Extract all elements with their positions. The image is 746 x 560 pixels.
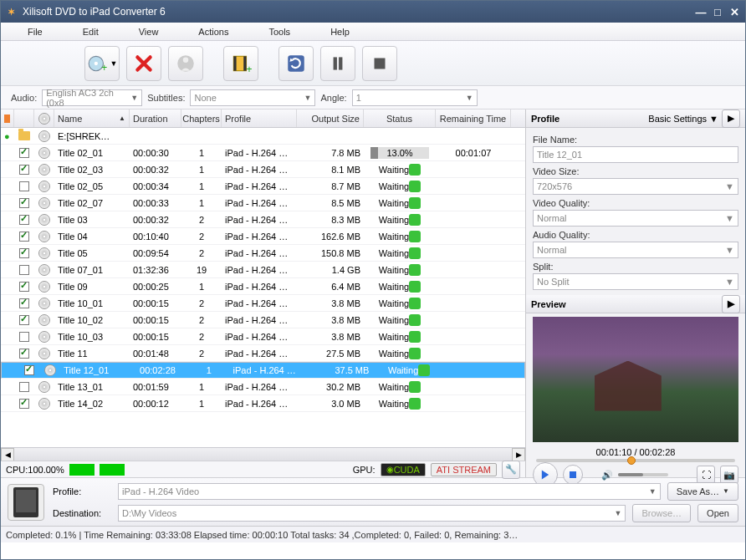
filename-label: File Name: [533, 135, 738, 145]
volume-icon[interactable]: 🔊 [601, 470, 613, 481]
table-row[interactable]: Title 0500:09:542iPad - H.264 …150.8 MBW… [1, 245, 525, 262]
table-row[interactable]: Title 0900:00:251iPad - H.264 …6.4 MBWai… [1, 278, 525, 295]
menu-file[interactable]: File [8, 24, 63, 39]
basic-settings-dropdown[interactable]: Basic Settings ▼ [648, 114, 718, 124]
table-row[interactable]: Title 12_0100:02:281iPad - H.264 …37.5 M… [1, 362, 525, 379]
table-row[interactable]: Title 10_0200:00:152iPad - H.264 …3.8 MB… [1, 312, 525, 328]
delete-button[interactable] [126, 46, 161, 81]
audio-label: Audio: [11, 93, 37, 103]
minimize-button[interactable]: — [693, 6, 708, 18]
stop-button[interactable] [362, 46, 397, 81]
close-button[interactable]: ✕ [727, 6, 742, 18]
audio-select[interactable]: English AC3 2ch (0x8▼ [42, 89, 142, 106]
row-checkbox[interactable] [19, 215, 29, 225]
table-row[interactable]: Title 02_0100:00:301iPad - H.264 …7.8 MB… [1, 145, 525, 161]
row-checkbox[interactable] [19, 265, 29, 275]
table-row[interactable]: Title 13_0100:01:591iPad - H.264 …30.2 M… [1, 379, 525, 395]
menu-view[interactable]: View [119, 24, 179, 39]
row-checkbox[interactable] [19, 298, 29, 308]
table-row[interactable]: Title 07_0101:32:3619iPad - H.264 …1.4 G… [1, 262, 525, 278]
horizontal-scrollbar[interactable]: ◀▶ [1, 447, 525, 461]
split-select[interactable]: No Split▼ [533, 273, 738, 290]
disc-column-icon [38, 113, 50, 125]
svg-rect-6 [233, 56, 236, 70]
disc-icon [38, 147, 50, 159]
row-checkbox[interactable] [19, 399, 29, 409]
add-clip-button[interactable]: + [223, 46, 258, 81]
row-checkbox[interactable] [19, 148, 29, 158]
preview-viewport[interactable] [533, 317, 738, 442]
svg-text:+: + [101, 61, 107, 73]
row-checkbox[interactable] [19, 181, 29, 191]
app-logo-icon: ✶ [4, 5, 18, 18]
settings-button[interactable]: 🔧 [502, 461, 520, 479]
grid-body[interactable]: ●E:[SHREK…Title 02_0100:00:301iPad - H.2… [1, 128, 525, 447]
cpu-meter-icon [100, 464, 125, 476]
disc-icon [44, 364, 56, 376]
table-row[interactable]: Title 02_0700:00:331iPad - H.264 …8.5 MB… [1, 195, 525, 211]
videoquality-select[interactable]: Normal▼ [533, 210, 738, 227]
preview-toggle-button[interactable]: ▶ [722, 295, 740, 313]
filter-bar: Audio: English AC3 2ch (0x8▼ Subtitles: … [1, 86, 745, 109]
cpu-meter-icon [69, 464, 95, 476]
convert-button[interactable] [278, 46, 314, 81]
menu-help[interactable]: Help [310, 24, 370, 39]
maximize-button[interactable]: □ [710, 6, 725, 18]
ati-badge: ATI STREAM [431, 463, 497, 476]
row-checkbox[interactable] [24, 365, 34, 375]
row-checkbox[interactable] [19, 232, 29, 242]
source-row[interactable]: ●E:[SHREK… [1, 128, 525, 145]
audioquality-select[interactable]: Normal▼ [533, 242, 738, 258]
profile-panel-header: Profile Basic Settings ▼ ▶ [526, 109, 745, 128]
subtitles-label: Subtitles: [147, 93, 185, 103]
row-checkbox[interactable] [19, 315, 29, 325]
table-row[interactable]: Title 0300:00:322iPad - H.264 …8.3 MBWai… [1, 211, 525, 228]
table-row[interactable]: Title 0400:10:402iPad - H.264 …162.6 MBW… [1, 228, 525, 245]
browse-button[interactable]: Browse… [632, 504, 691, 522]
menu-edit[interactable]: Edit [63, 24, 119, 39]
add-disc-button[interactable]: +▼ [84, 46, 120, 81]
videosize-select[interactable]: 720x576▼ [533, 178, 738, 195]
menu-actions[interactable]: Actions [178, 24, 248, 39]
angle-label: Angle: [320, 93, 346, 103]
disc-icon [38, 381, 50, 393]
profile-select[interactable]: iPad - H.264 Video▼ [118, 483, 661, 500]
ipad-icon [8, 484, 44, 521]
disc-icon [38, 314, 50, 326]
status-bar: Completed: 0.1% | Time Remaining: 03:33:… [1, 526, 745, 542]
pause-button[interactable] [320, 46, 355, 81]
table-row[interactable]: Title 02_0300:00:321iPad - H.264 …8.1 MB… [1, 161, 525, 178]
row-checkbox[interactable] [19, 248, 29, 258]
toolbar: +▼ + [1, 41, 745, 86]
panel-toggle-button[interactable]: ▶ [722, 109, 740, 128]
destination-label: Destination: [53, 508, 111, 518]
subtitles-select[interactable]: None▼ [190, 89, 315, 106]
grid-header: Name ▲ Duration Chapters Profile Output … [1, 109, 525, 128]
row-checkbox[interactable] [19, 349, 29, 359]
volume-slider[interactable] [618, 473, 668, 476]
row-checkbox[interactable] [19, 332, 29, 342]
row-checkbox[interactable] [19, 282, 29, 292]
svg-rect-10 [334, 57, 337, 69]
filename-field[interactable]: Title 12_01 [533, 146, 738, 163]
destination-field[interactable]: D:\My Videos▼ [118, 505, 626, 522]
row-checkbox[interactable] [19, 165, 29, 175]
table-row[interactable]: Title 02_0500:00:341iPad - H.264 …8.7 MB… [1, 178, 525, 195]
seek-slider[interactable] [536, 459, 735, 462]
row-checkbox[interactable] [19, 382, 29, 392]
table-row[interactable]: Title 10_0300:00:152iPad - H.264 …3.8 MB… [1, 328, 525, 345]
waiting-icon [409, 381, 421, 393]
menu-tools[interactable]: Tools [248, 24, 310, 39]
table-row[interactable]: Title 1100:01:482iPad - H.264 …27.5 MBWa… [1, 345, 525, 362]
table-row[interactable]: Title 14_0200:00:121iPad - H.264 …3.0 MB… [1, 395, 525, 412]
disc-icon [38, 348, 50, 359]
open-button[interactable]: Open [697, 504, 738, 522]
saveas-button[interactable]: Save As… ▼ [667, 482, 738, 501]
svg-point-4 [183, 57, 189, 63]
table-row[interactable]: Title 10_0100:00:152iPad - H.264 …3.8 MB… [1, 295, 525, 312]
waiting-icon [409, 231, 421, 242]
angle-select[interactable]: 1▼ [352, 89, 478, 106]
waiting-icon [409, 247, 421, 259]
info-button[interactable] [168, 46, 203, 81]
row-checkbox[interactable] [19, 198, 29, 208]
